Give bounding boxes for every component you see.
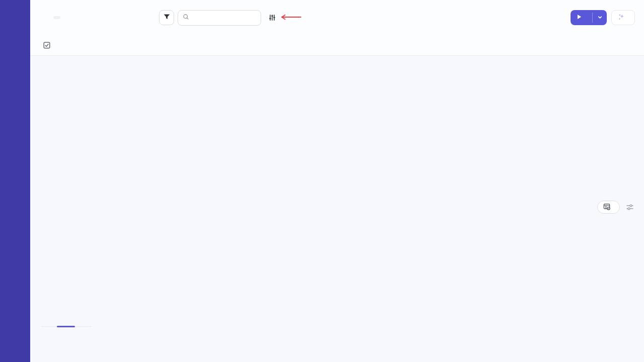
runs-count-badge <box>53 16 60 19</box>
filter-tabbar <box>30 35 644 56</box>
runs-trend-chart <box>39 73 638 194</box>
runs-status-report-button[interactable] <box>611 10 635 25</box>
search-input[interactable] <box>193 14 256 21</box>
annotation <box>278 13 305 22</box>
search-icon <box>183 13 189 22</box>
search-box[interactable] <box>178 10 261 26</box>
manual-run-split-button <box>571 10 607 25</box>
query-language-filter-icon[interactable] <box>268 14 276 22</box>
active-page-indicator <box>57 326 75 327</box>
header-actions <box>571 10 635 25</box>
manual-run-dropdown-button[interactable] <box>593 10 607 25</box>
sparkles-icon <box>618 14 625 22</box>
manual-run-button[interactable] <box>571 10 592 25</box>
chevron-down-icon <box>597 13 603 22</box>
table-gear-icon <box>603 203 610 212</box>
select-all-icon[interactable] <box>43 41 51 49</box>
filter-button[interactable] <box>159 10 174 25</box>
breadcrumb <box>41 16 159 19</box>
pagination <box>41 326 92 334</box>
annotation-arrow-icon <box>278 13 301 22</box>
custom-view-button[interactable] <box>597 201 620 214</box>
play-icon <box>577 14 582 21</box>
app-header <box>30 0 644 35</box>
list-settings-icon[interactable] <box>626 203 634 211</box>
view-options-row <box>30 200 644 214</box>
sidebar <box>0 0 30 362</box>
funnel-icon <box>163 13 171 23</box>
